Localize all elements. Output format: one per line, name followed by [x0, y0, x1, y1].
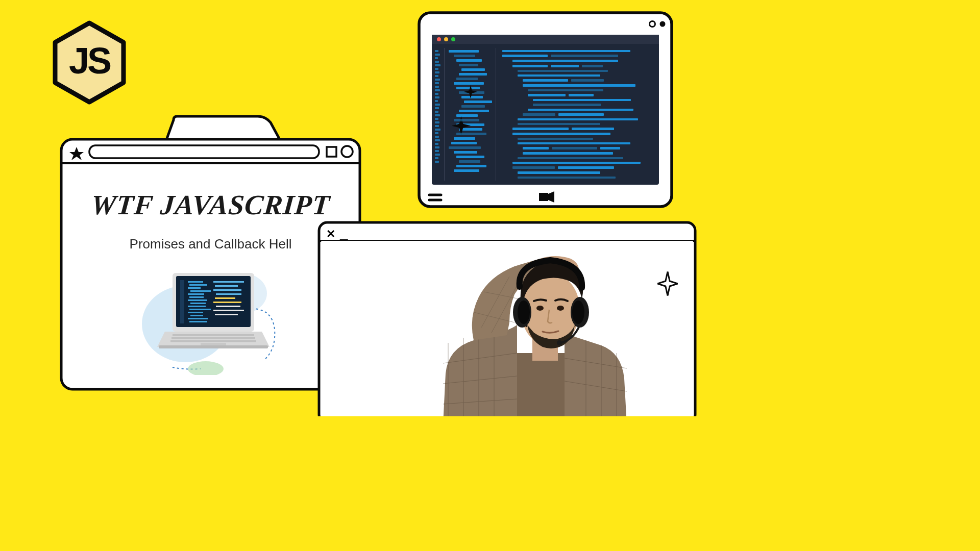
- code-monitor-window: [416, 10, 674, 209]
- traffic-light-red: [437, 37, 441, 41]
- js-logo-text: JS: [69, 39, 110, 81]
- svg-rect-22: [190, 315, 203, 316]
- svg-rect-37: [170, 340, 256, 342]
- svg-rect-29: [215, 297, 235, 299]
- svg-point-7: [188, 361, 224, 375]
- svg-point-71: [572, 300, 584, 324]
- svg-rect-32: [213, 310, 244, 311]
- svg-point-67: [557, 306, 564, 311]
- svg-rect-16: [189, 296, 204, 298]
- svg-rect-26: [215, 285, 238, 287]
- svg-rect-44: [539, 193, 548, 201]
- traffic-light-green: [451, 37, 455, 41]
- svg-rect-21: [188, 312, 203, 313]
- svg-rect-13: [188, 287, 201, 289]
- svg-rect-27: [213, 289, 241, 291]
- svg-rect-17: [188, 299, 207, 301]
- close-icon: ✕: [326, 228, 335, 241]
- svg-rect-30: [213, 302, 241, 303]
- svg-rect-14: [190, 290, 211, 292]
- svg-rect-23: [188, 318, 208, 319]
- svg-rect-47: [517, 353, 565, 416]
- laptop-illustration: [134, 258, 287, 375]
- svg-rect-33: [215, 314, 238, 315]
- presenter-photo: [407, 251, 663, 416]
- js-logo: JS: [51, 20, 130, 107]
- svg-rect-24: [189, 321, 207, 322]
- svg-rect-19: [188, 306, 206, 307]
- svg-rect-10: [180, 280, 184, 323]
- main-title: WTF JAVASCRIPT: [72, 189, 349, 221]
- svg-rect-25: [213, 281, 244, 283]
- subtitle: Promises and Callback Hell: [74, 236, 347, 252]
- svg-rect-20: [189, 309, 211, 310]
- svg-rect-15: [188, 293, 204, 295]
- code-editor-screen: [432, 35, 659, 185]
- svg-rect-18: [190, 303, 206, 304]
- svg-rect-38: [201, 343, 226, 345]
- svg-point-69: [518, 300, 530, 324]
- svg-rect-34: [159, 345, 268, 348]
- svg-rect-35: [173, 334, 254, 336]
- svg-point-41: [660, 21, 666, 27]
- minimize-icon: _: [340, 226, 348, 242]
- traffic-light-yellow: [444, 37, 448, 41]
- browser-window-person: ✕ _: [317, 220, 697, 416]
- svg-point-66: [536, 306, 544, 311]
- svg-rect-31: [216, 306, 240, 307]
- svg-rect-28: [216, 293, 241, 295]
- svg-point-72: [557, 340, 562, 345]
- svg-rect-36: [172, 337, 255, 339]
- svg-rect-12: [189, 284, 207, 286]
- svg-rect-11: [188, 281, 203, 283]
